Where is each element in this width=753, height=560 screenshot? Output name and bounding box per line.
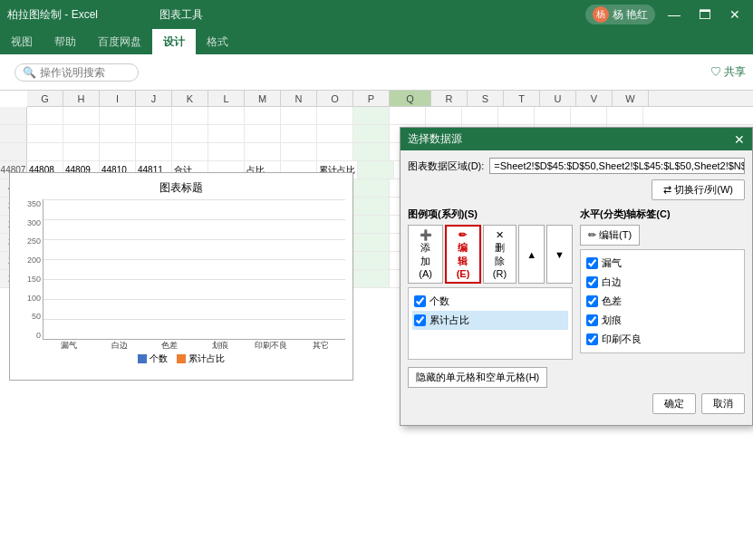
cell[interactable] [390, 107, 426, 124]
legend-orange: 累计占比 [177, 352, 225, 365]
switch-row-col-button[interactable]: ⇄ 切换行/列(W) [652, 179, 745, 200]
cell[interactable] [136, 143, 172, 160]
cell[interactable] [353, 125, 390, 142]
edit-axis-button[interactable]: ✏ 编辑(T) [580, 225, 640, 246]
series-label-geishu: 个数 [430, 294, 449, 308]
cell[interactable] [607, 107, 643, 124]
cell[interactable] [27, 125, 63, 142]
cell[interactable] [353, 234, 390, 251]
cell[interactable] [172, 107, 208, 124]
cell[interactable] [353, 198, 390, 215]
minimize-button[interactable]: — [662, 7, 686, 22]
legend-orange-label: 累计占比 [188, 352, 225, 365]
tab-view[interactable]: 视图 [0, 29, 43, 54]
series-item-geishu[interactable]: 个数 [412, 292, 568, 311]
cell[interactable] [317, 125, 353, 142]
dialog-close-button[interactable]: ✕ [734, 132, 745, 147]
data-range-formula[interactable]: =Sheet2!$D$45:$D$50,Sheet2!$L$45:$L$50,S… [489, 158, 745, 174]
cell[interactable] [426, 107, 462, 124]
axis-label-huahen: 划痕 [602, 314, 622, 327]
axis-checkbox-secha[interactable] [586, 295, 598, 307]
cell[interactable] [245, 107, 281, 124]
cell[interactable] [281, 125, 317, 142]
cell[interactable] [136, 125, 172, 142]
edit-series-button[interactable]: ✏ 编辑(E) [445, 225, 480, 284]
chart-legend: 个数 累计占比 [17, 352, 345, 365]
cell[interactable] [136, 107, 172, 124]
axis-checkbox-louqi[interactable] [586, 257, 598, 269]
cell[interactable] [27, 143, 63, 160]
axis-checkbox-yinshua[interactable] [586, 333, 598, 345]
cell[interactable] [353, 179, 390, 197]
series-item-leijizhanbi[interactable]: 累计占比 [412, 311, 568, 330]
col-w: W [613, 91, 649, 106]
axis-checkbox-baiban[interactable] [586, 276, 598, 288]
cell[interactable] [353, 107, 390, 124]
cell[interactable] [63, 143, 100, 160]
col-t: T [504, 91, 540, 106]
col-s: S [468, 91, 504, 106]
cell[interactable] [358, 161, 394, 179]
search-input[interactable] [40, 66, 130, 79]
move-down-button[interactable]: ▼ [546, 225, 573, 284]
search-box[interactable]: 🔍 [14, 63, 139, 82]
axis-section-title: 水平(分类)轴标签(C) [580, 208, 745, 221]
cell[interactable] [317, 143, 353, 160]
cell[interactable] [498, 107, 535, 124]
cell[interactable] [281, 143, 317, 160]
cell[interactable] [208, 125, 245, 142]
cell[interactable] [100, 143, 136, 160]
cell[interactable] [353, 252, 390, 269]
share-button[interactable]: ♡ 共享 [710, 64, 746, 80]
tab-baidu[interactable]: 百度网盘 [87, 29, 152, 54]
ok-button[interactable]: 确定 [652, 393, 696, 414]
row-number [0, 107, 27, 124]
axis-item-baiban: 白边 [584, 273, 740, 292]
col-h: H [63, 91, 100, 106]
cell[interactable] [63, 125, 100, 142]
series-list: 个数 累计占比 [408, 287, 573, 360]
cell[interactable] [208, 143, 245, 160]
add-series-button[interactable]: ➕ 添加(A) [408, 225, 443, 284]
cell[interactable] [571, 107, 607, 124]
tab-help[interactable]: 帮助 [43, 29, 87, 54]
axis-item-louqi: 漏气 [584, 254, 740, 273]
x-label: 划痕 [196, 340, 245, 352]
axis-checkbox-huahen[interactable] [586, 314, 598, 326]
cell[interactable] [172, 143, 208, 160]
tab-bar: 视图 帮助 百度网盘 设计 格式 [0, 29, 753, 54]
cell[interactable] [462, 107, 498, 124]
move-up-button[interactable]: ▲ [518, 225, 545, 284]
cell[interactable] [281, 107, 317, 124]
cell[interactable] [317, 107, 353, 124]
cell[interactable] [100, 125, 136, 142]
close-button[interactable]: ✕ [724, 7, 746, 22]
tab-design[interactable]: 设计 [152, 29, 196, 54]
col-m: M [245, 91, 281, 106]
cell[interactable] [63, 107, 100, 124]
select-data-dialog[interactable]: 选择数据源 ✕ 图表数据区域(D): =Sheet2!$D$45:$D$50,S… [400, 127, 753, 426]
cell[interactable] [208, 107, 245, 124]
chart-area: 350 300 250 200 150 100 50 0 [17, 199, 345, 349]
dialog-title: 选择数据源 [408, 131, 462, 147]
tab-format[interactable]: 格式 [196, 29, 239, 54]
delete-series-button[interactable]: ✕ 删除(R) [483, 225, 517, 284]
series-checkbox-leijizhanbi[interactable] [414, 314, 426, 326]
cell[interactable] [245, 143, 281, 160]
col-r: R [431, 91, 468, 106]
cell[interactable] [353, 270, 390, 287]
cell[interactable] [245, 125, 281, 142]
hidden-cells-button[interactable]: 隐藏的单元格和空单元格(H) [408, 367, 547, 388]
series-checkbox-geishu[interactable] [414, 295, 426, 307]
cell[interactable] [27, 107, 63, 124]
cell[interactable] [353, 216, 390, 233]
maximize-button[interactable]: 🗖 [693, 7, 717, 22]
cancel-button[interactable]: 取消 [701, 393, 745, 414]
chart-container: 图表标题 350 300 250 200 150 100 50 0 [9, 172, 353, 381]
cell[interactable] [535, 107, 571, 124]
cell[interactable] [353, 143, 390, 160]
data-range-label: 图表数据区域(D): [408, 159, 484, 173]
legend-blue-dot [138, 354, 147, 363]
cell[interactable] [100, 107, 136, 124]
cell[interactable] [172, 125, 208, 142]
